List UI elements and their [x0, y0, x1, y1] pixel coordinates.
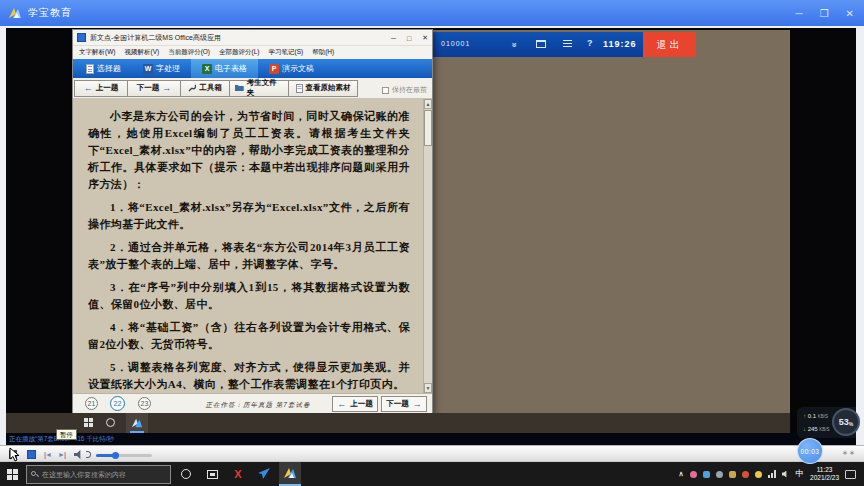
tray-icon[interactable] — [716, 471, 723, 478]
blue-swoosh-app-icon — [258, 468, 271, 480]
red-x-app-icon: X — [234, 468, 241, 480]
question-paragraph: 3．在“序号”列中分别填入1到15，将其数据格式设置为数值、保留0位小数、居中。 — [88, 279, 410, 313]
menu-all-score[interactable]: 全部题评分(L) — [219, 48, 259, 57]
screen: 学宝教育 ─ ❐ ✕ 010001 « ? 119:26 退出 新文点-全国计算… — [0, 0, 864, 486]
tab-word-processing[interactable]: W 字处理 — [132, 59, 191, 78]
player-title: 学宝教育 — [28, 6, 72, 20]
cortana-button[interactable] — [175, 462, 197, 486]
document-icon — [86, 64, 94, 74]
player-control-bar: |◄ ►| ∗∗ — [0, 445, 864, 462]
question-paragraph: 5．调整表格各列宽度、对齐方式，使得显示更加美观。并设置纸张大小为A4、横向，整… — [88, 359, 410, 393]
exam-timer: 119:26 — [603, 39, 637, 49]
question-paragraph: 小李是东方公司的会计，为节省时间，同时又确保记账的准确性，她使用Excel编制了… — [88, 108, 410, 193]
time-bubble[interactable]: 00:03 — [797, 438, 823, 464]
ime-indicator[interactable]: 中 — [796, 468, 805, 480]
tab-multiple-choice[interactable]: 选择题 — [75, 59, 132, 78]
notification-center-icon[interactable] — [845, 470, 856, 479]
player-minimize-icon[interactable]: ─ — [796, 8, 803, 19]
content-scrollbar[interactable]: ▲ ▼ — [423, 99, 432, 393]
tab-label: 选择题 — [97, 63, 121, 74]
footer-next-button[interactable]: 下一题 → — [381, 396, 427, 412]
tray-icon[interactable] — [690, 471, 697, 478]
previous-track-icon[interactable]: |◄ — [44, 451, 51, 458]
scrollbar-thumb[interactable] — [424, 110, 432, 146]
taskbar-clock[interactable]: 11:23 2021/2/23 — [810, 466, 839, 482]
tray-icon[interactable] — [755, 471, 762, 478]
keep-on-top-checkbox[interactable]: 保持在最前 — [382, 85, 427, 95]
app-icon — [77, 33, 86, 42]
tray-icon[interactable] — [703, 471, 710, 478]
page-circle-23[interactable]: 23 — [138, 397, 151, 410]
prev-question-button[interactable]: ← 上一题 — [74, 80, 128, 97]
page-circle-21[interactable]: 21 — [85, 397, 98, 410]
view-material-button[interactable]: 查看原始素材 — [288, 80, 358, 97]
help-icon[interactable]: ? — [587, 38, 593, 48]
tab-presentation[interactable]: P 演示文稿 — [258, 59, 325, 78]
speaker-icon[interactable] — [74, 450, 85, 459]
menu-current-score[interactable]: 当前题评分(O) — [168, 48, 210, 57]
menu-text-analysis[interactable]: 文字解析(W) — [79, 48, 115, 57]
taskbar-app-blue[interactable] — [253, 462, 275, 486]
player-close-icon[interactable]: ✕ — [846, 8, 854, 19]
collapse-icon[interactable]: « — [509, 42, 519, 47]
taskbar-app-red[interactable]: X — [227, 462, 249, 486]
player-maximize-icon[interactable]: ❐ — [820, 8, 829, 19]
page-circle-22-selected[interactable]: 22 — [110, 396, 125, 411]
next-track-icon[interactable]: ►| — [58, 451, 65, 458]
stop-icon[interactable] — [27, 450, 36, 459]
search-input[interactable] — [42, 471, 166, 478]
menu-notes[interactable]: 学习笔记(S) — [268, 48, 303, 57]
toolbox-button[interactable]: 工具箱 — [180, 80, 230, 97]
more-options-icon[interactable]: ∗∗ — [842, 449, 856, 457]
list-icon[interactable] — [563, 40, 572, 49]
arrow-left-icon: ← — [337, 401, 346, 408]
video-area[interactable]: 010001 « ? 119:26 退出 新文点-全国计算机二级MS Offic… — [6, 28, 856, 433]
network-icon[interactable] — [768, 470, 776, 478]
tray-expand-icon[interactable]: ∧ — [678, 470, 683, 478]
taskbar-app-player-active[interactable] — [279, 462, 301, 486]
taskbar-search[interactable] — [26, 465, 171, 484]
exit-button[interactable]: 退出 — [643, 32, 696, 57]
tray-icon[interactable] — [729, 471, 736, 478]
volume-slider[interactable] — [96, 454, 152, 457]
mouse-cursor-icon — [9, 447, 20, 462]
tray-icon[interactable] — [742, 471, 749, 478]
menu-help[interactable]: 帮助(H) — [312, 48, 334, 57]
remote-taskbar — [6, 413, 790, 433]
window-icon[interactable] — [536, 40, 546, 48]
scroll-down-icon[interactable]: ▼ — [424, 383, 432, 393]
download-arrow-icon: ↓ — [803, 426, 806, 432]
start-button[interactable] — [0, 462, 24, 486]
remote-start-icon — [84, 418, 93, 427]
footer-prev-button[interactable]: ← 上一题 — [332, 396, 378, 412]
scroll-up-icon[interactable]: ▲ — [424, 99, 432, 109]
player-titlebar: 学宝教育 ─ ❐ ✕ — [0, 0, 864, 26]
volume-thumb[interactable] — [112, 452, 119, 459]
app-maximize-icon[interactable]: □ — [407, 35, 411, 42]
system-tray: ∧ 中 11:23 2021/2/23 — [678, 466, 864, 482]
search-icon — [31, 471, 38, 478]
app-toolbar: ← 上一题 下一题 → 工具箱 考生文件夹 查看原始素材 — [73, 78, 432, 99]
playback-status: 正在播放“第7套Excel” 416 千比特/秒 — [6, 433, 856, 445]
volume-icon[interactable] — [782, 471, 790, 478]
app-footer: 21 22 23 正在作答：历年真题 第7套试卷 ← 上一题 下一题 → — [73, 393, 432, 413]
powerpoint-icon: P — [269, 64, 279, 74]
app-minimize-icon[interactable]: ─ — [391, 35, 396, 42]
candidate-id: 010001 — [441, 40, 470, 47]
question-paragraph: 1．将“Excel_素材.xlsx”另存为“Excel.xlsx”文件，之后所有… — [88, 199, 410, 233]
task-view-button[interactable] — [201, 462, 223, 486]
arrow-left-icon: ← — [84, 85, 93, 92]
next-question-button[interactable]: 下一题 → — [127, 80, 181, 97]
wrench-icon — [188, 84, 196, 92]
menu-video-analysis[interactable]: 视频解析(V) — [124, 48, 159, 57]
tab-spreadsheet[interactable]: X 电子表格 — [191, 59, 258, 78]
app-titlebar: 新文点-全国计算机二级MS Office高级应用 ─ □ ✕ — [73, 30, 432, 46]
candidate-folder-button[interactable]: 考生文件夹 — [229, 80, 289, 97]
player-app-icon — [283, 466, 297, 480]
app-close-icon[interactable]: ✕ — [422, 34, 428, 42]
page-icon — [296, 84, 303, 93]
folder-icon — [235, 84, 244, 92]
tab-label: 演示文稿 — [282, 63, 314, 74]
tab-label: 电子表格 — [215, 63, 247, 74]
answering-status: 正在作答：历年真题 第7套试卷 — [188, 401, 328, 410]
